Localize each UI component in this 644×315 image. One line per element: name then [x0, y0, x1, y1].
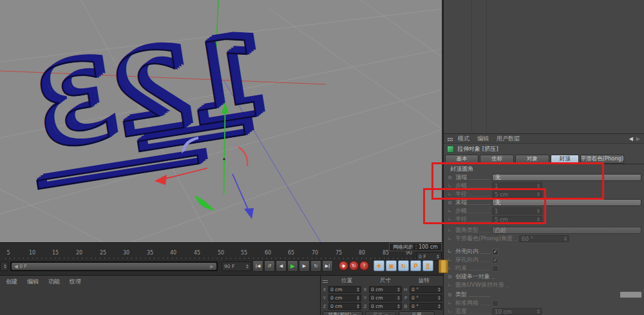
menu-user-data[interactable]: 用户数据	[497, 135, 520, 143]
spinner-arrows-icon[interactable]	[4, 264, 6, 269]
size-x-field[interactable]: 0 cm	[369, 286, 402, 293]
next-frame-button[interactable]: ▶	[299, 260, 310, 272]
tab-coordinates[interactable]: 坐标	[480, 155, 514, 164]
size-y-field[interactable]: 0 cm	[369, 294, 402, 301]
coord-row-y: Y 0 cm Y 0 cm P 0 °	[321, 294, 443, 301]
size-z-field[interactable]: 0 cm	[369, 303, 402, 310]
size-mode-dropdown[interactable]: 尺寸	[365, 311, 396, 315]
row-top-cap: ⊙ 顶端 无	[444, 173, 644, 182]
phong-angle-spinner[interactable]: 60 °	[519, 235, 569, 242]
end-steps-spinner[interactable]: 1	[492, 207, 542, 215]
rotation-h-field[interactable]: 0 °	[410, 286, 442, 293]
rotation-b-field[interactable]: 0 °	[410, 303, 442, 310]
position-x-field[interactable]: 0 cm	[328, 286, 361, 293]
timeline-tick: 5	[2, 250, 15, 256]
goto-start-button[interactable]: |◀	[252, 260, 263, 272]
gizmo-origin-dot	[223, 158, 225, 160]
hull-inward-checkbox[interactable]: ✓	[492, 249, 498, 255]
row-end-radius: ∟ 半径 5 cm	[444, 215, 644, 224]
child-param-icon: ∟	[448, 300, 455, 306]
timeline-tick: 50	[214, 250, 227, 256]
slider-right-arrow-icon[interactable]: ▶	[210, 263, 214, 269]
play-button[interactable]: ▶	[287, 260, 298, 272]
play-reverse-button[interactable]: ↺	[264, 260, 275, 272]
row-end-cap: ⊙ 末端 无	[444, 198, 644, 207]
animate-toggle-icon[interactable]: ⊙	[448, 274, 455, 280]
timeline-tick: 20	[73, 250, 86, 256]
tab-phong[interactable]: 平滑着色(Phong)	[580, 155, 624, 164]
timeline-tick: 10	[26, 250, 39, 256]
history-back-icon[interactable]: ◀	[629, 136, 633, 142]
animate-toggle-icon[interactable]: ⊙	[448, 200, 455, 205]
menu-mode[interactable]: 模式	[458, 135, 469, 143]
timeline-tick: 80	[355, 250, 368, 256]
loop-button[interactable]: ↻	[310, 260, 321, 272]
autokey-button[interactable]: ↻	[349, 261, 359, 271]
record-point-level-toggle[interactable]: ⣿	[422, 260, 433, 271]
animate-toggle-icon[interactable]: ⊙	[448, 175, 455, 180]
coord-mode-dropdown[interactable]: 对象(相对)	[323, 311, 363, 315]
goto-end-button[interactable]: ▶|	[322, 260, 333, 272]
spinner-arrows-icon[interactable]	[437, 254, 439, 259]
section-title: 封顶圆角	[444, 165, 644, 173]
row-fillet-type: ∟ 圆角类型 凸起	[444, 226, 644, 234]
child-param-icon: ∟	[448, 236, 455, 242]
viewport-canvas: 123 123 123 123	[0, 0, 442, 242]
grid-spacing-badge: 网格间距 : 100 cm	[389, 243, 442, 251]
rotation-p-field[interactable]: 0 °	[410, 294, 442, 301]
record-position-toggle[interactable]: ✚	[374, 260, 384, 271]
timeline-tick: 35	[144, 250, 156, 256]
row-constrain: ∟ 约束	[444, 264, 644, 272]
keyframe-film-icon[interactable]	[439, 260, 448, 273]
position-y-field[interactable]: 0 cm	[328, 294, 361, 301]
record-keyframe-button[interactable]: ◆	[339, 261, 348, 271]
hole-inward-checkbox[interactable]: ✓	[492, 257, 498, 263]
menu-texture[interactable]: 纹理	[70, 278, 81, 286]
coord-row-x: X 0 cm X 0 cm H 0 °	[321, 286, 443, 293]
type-dropdown-partial[interactable]	[620, 292, 641, 298]
animate-toggle-icon[interactable]: ⊙	[448, 292, 455, 298]
top-steps-spinner[interactable]: 1	[492, 182, 542, 189]
menu-edit[interactable]: 编辑	[27, 278, 39, 286]
regular-grid-checkbox[interactable]	[492, 300, 498, 307]
timeline-tick: 40	[167, 250, 180, 256]
menu-function[interactable]: 功能	[48, 278, 60, 286]
object-title: 拉伸对象 [挤压]	[457, 145, 498, 153]
top-radius-spinner[interactable]: 5 cm	[492, 191, 542, 198]
fillet-type-dropdown[interactable]: 凸起	[492, 227, 641, 234]
record-scale-toggle[interactable]: ▣	[386, 260, 397, 271]
frame-mini-spinner[interactable]	[0, 262, 8, 271]
constrain-checkbox[interactable]	[492, 265, 498, 272]
menu-edit[interactable]: 编辑	[477, 135, 489, 143]
playhead-marker-icon[interactable]: ◀	[14, 263, 18, 269]
child-param-icon: ∟	[448, 282, 455, 288]
tab-object[interactable]: 对象	[515, 155, 549, 164]
timeline-tick: 30	[120, 250, 133, 256]
record-filter-toggles: ✚ ▣ ↻ P ⣿	[374, 260, 433, 271]
spinner-arrows-icon[interactable]	[246, 264, 249, 269]
size-header: 尺寸	[366, 277, 404, 285]
history-forward-icon[interactable]: ▶	[636, 136, 640, 142]
width-spinner[interactable]: 10 cm	[492, 308, 542, 315]
row-hole-inward: ∟ 穿孔向内 ✓	[444, 256, 644, 264]
tab-basic[interactable]: 基本	[445, 155, 478, 164]
record-options-button[interactable]: ?	[359, 261, 369, 271]
menu-create[interactable]: 创建	[6, 278, 17, 286]
timeline-range-slider[interactable]: ◀ 0 F ▶	[10, 262, 218, 271]
end-cap-dropdown[interactable]: 无	[492, 199, 641, 206]
current-frame-spinner[interactable]: 0 F	[416, 252, 442, 261]
child-param-icon: ∟	[448, 183, 455, 189]
transport-controls: |◀ ↺ ◀ ▶ ▶ ↻ ▶|	[252, 260, 333, 272]
top-cap-dropdown[interactable]: 无	[492, 174, 641, 181]
position-z-field[interactable]: 0 cm	[328, 303, 361, 310]
end-frame-spinner[interactable]: 90 F	[222, 262, 251, 271]
tab-caps[interactable]: 封顶	[551, 155, 579, 164]
prev-frame-button[interactable]: ◀	[276, 260, 287, 272]
record-rotation-toggle[interactable]: ↻	[398, 260, 409, 271]
cinema4d-window: 123 123 123 123	[0, 0, 644, 315]
viewport-3d[interactable]: 123 123 123 123	[0, 0, 442, 242]
apply-button[interactable]: 应用	[399, 311, 435, 315]
end-radius-spinner[interactable]: 5 cm	[492, 216, 542, 223]
record-parameter-toggle[interactable]: P	[410, 260, 421, 271]
rotation-header: 旋转	[404, 277, 443, 285]
